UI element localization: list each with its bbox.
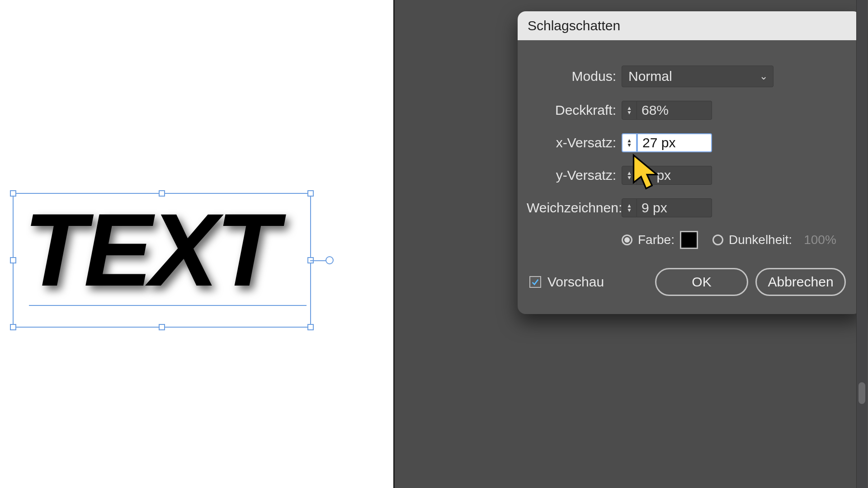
text-baseline (29, 305, 307, 306)
cancel-button[interactable]: Abbrechen (755, 268, 846, 296)
x-offset-input[interactable]: 27 px (637, 133, 712, 152)
scrollbar-thumb[interactable] (859, 382, 865, 404)
x-offset-label: x-Versatz: (527, 135, 622, 150)
chevron-down-icon: ⌄ (760, 70, 768, 82)
darkness-value: 100% (797, 231, 843, 249)
dialog-title: Schlagschatten (528, 18, 620, 33)
rotate-handle[interactable] (326, 256, 334, 264)
opacity-input[interactable]: 68% (637, 101, 712, 120)
y-offset-stepper[interactable]: ▲▼ (622, 166, 637, 185)
text-selection-bounds[interactable]: TEXT (13, 193, 311, 328)
mode-dropdown[interactable]: Normal ⌄ (622, 66, 774, 87)
color-radio[interactable] (622, 235, 632, 245)
vertical-scrollbar[interactable] (856, 0, 867, 488)
mode-label: Modus: (527, 69, 622, 84)
resize-handle-bl[interactable] (10, 324, 16, 330)
x-offset-stepper[interactable]: ▲▼ (622, 133, 637, 152)
blur-label: Weichzeichnen: (527, 200, 622, 216)
opacity-label: Deckkraft: (527, 103, 622, 118)
color-swatch[interactable] (680, 231, 698, 249)
resize-handle-bm[interactable] (159, 324, 165, 330)
drop-shadow-dialog: Schlagschatten Modus: Normal ⌄ Deckkraft… (518, 11, 861, 314)
darkness-label: Dunkelheit: (729, 233, 792, 247)
blur-input[interactable]: 9 px (637, 198, 712, 217)
dialog-titlebar[interactable]: Schlagschatten (518, 11, 861, 40)
ok-button[interactable]: OK (655, 268, 748, 296)
resize-handle-tr[interactable] (307, 190, 314, 197)
canvas[interactable]: TEXT (0, 0, 393, 488)
resize-handle-tm[interactable] (159, 190, 165, 197)
canvas-text[interactable]: TEXT (24, 191, 276, 309)
resize-handle-ml[interactable] (10, 257, 16, 263)
resize-handle-tl[interactable] (10, 190, 16, 197)
blur-stepper[interactable]: ▲▼ (622, 198, 637, 217)
opacity-stepper[interactable]: ▲▼ (622, 101, 637, 120)
y-offset-label: y-Versatz: (527, 168, 622, 183)
resize-handle-br[interactable] (307, 324, 314, 330)
preview-checkbox[interactable] (529, 276, 541, 288)
preview-label: Vorschau (547, 274, 604, 290)
panel-area: Schlagschatten Modus: Normal ⌄ Deckkraft… (393, 0, 868, 488)
y-offset-input[interactable]: 00 px (637, 166, 712, 185)
mode-value: Normal (628, 69, 672, 84)
darkness-radio[interactable] (712, 235, 723, 245)
color-label: Farbe: (638, 233, 675, 247)
